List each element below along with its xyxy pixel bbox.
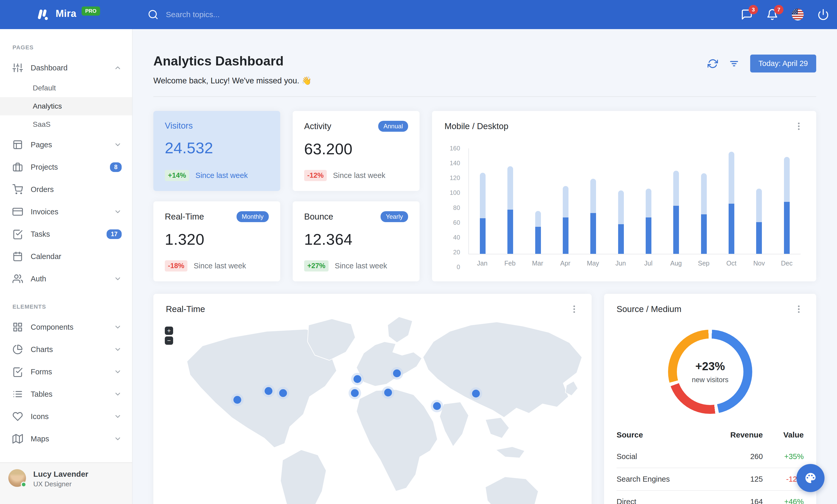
page-title: Analytics Dashboard — [153, 54, 311, 69]
calendar-icon — [13, 251, 23, 262]
sidebar-item-projects[interactable]: Projects 8 — [0, 156, 132, 178]
sidebar-subitem-saas[interactable]: SaaS — [0, 115, 132, 133]
stat-caption: Since last week — [194, 262, 246, 270]
cell-source: Direct — [617, 490, 705, 504]
logout-button[interactable] — [817, 8, 829, 20]
analytics-dashboard-app: Mira PRO 3 7 — [0, 0, 837, 504]
zoom-in-button[interactable]: + — [165, 326, 173, 335]
chevron-down-icon — [114, 413, 122, 421]
bar-chart-y-axis: 020406080100120140160 — [445, 148, 463, 267]
messages-button[interactable]: 3 — [741, 8, 753, 20]
donut-chart-title: Source / Medium — [617, 304, 681, 314]
bar-chart: 020406080100120140160 JanFebMarAprMayJun… — [468, 148, 801, 267]
table-row[interactable]: Social 260 +35% — [617, 446, 804, 468]
sidebar-section-elements: ELEMENTS — [0, 290, 132, 316]
donut-center-label: +23% new visitors — [677, 338, 744, 405]
check-square-icon — [13, 367, 23, 377]
cell-revenue: 260 — [705, 446, 770, 468]
check-square-icon — [13, 229, 23, 239]
sidebar-item-maps[interactable]: Maps — [0, 428, 132, 450]
us-flag-icon — [792, 8, 804, 20]
sidebar-item-tables[interactable]: Tables — [0, 383, 132, 405]
stat-delta-badge: -12% — [304, 170, 327, 181]
more-vertical-icon[interactable] — [569, 304, 579, 314]
refresh-icon[interactable] — [708, 58, 718, 69]
welcome-message: Welcome back, Lucy! We've missed you. 👋 — [153, 76, 311, 86]
sidebar-item-components[interactable]: Components — [0, 316, 132, 338]
chevron-down-icon — [114, 390, 122, 398]
sidebar-subitem-default[interactable]: Default — [0, 79, 132, 97]
sidebar-item-calendar[interactable]: Calendar — [0, 245, 132, 267]
brand-name: Mira — [56, 8, 76, 19]
stat-title: Activity — [304, 121, 332, 131]
mira-logo-icon — [35, 7, 50, 23]
chevron-down-icon — [114, 141, 122, 149]
sliders-icon — [13, 62, 23, 73]
chevron-down-icon — [114, 323, 122, 331]
search-input[interactable] — [166, 10, 301, 19]
filter-icon[interactable] — [729, 58, 739, 69]
sidebar-item-auth[interactable]: Auth — [0, 267, 132, 290]
sidebar-item-dashboard[interactable]: Dashboard — [0, 57, 132, 79]
sidebar-item-label: Components — [31, 323, 106, 332]
sidebar-item-orders[interactable]: Orders — [0, 178, 132, 201]
chevron-down-icon — [114, 208, 122, 216]
zoom-out-button[interactable]: − — [165, 336, 173, 345]
header-actions: Today: April 29 — [708, 55, 816, 73]
credit-card-icon — [13, 207, 23, 217]
sidebar-item-label: Orders — [31, 185, 122, 194]
theme-settings-fab[interactable] — [797, 464, 824, 492]
more-vertical-icon[interactable] — [794, 304, 804, 314]
sidebar-item-label: Projects — [31, 163, 102, 171]
sidebar-item-label: Charts — [31, 345, 106, 354]
table-row[interactable]: Search Engines 125 -12% — [617, 468, 804, 490]
stat-caption: Since last week — [195, 171, 248, 180]
sidebar-item-icons[interactable]: Icons — [0, 405, 132, 428]
sidebar-item-pages[interactable]: Pages — [0, 133, 132, 156]
period-badge[interactable]: Annual — [378, 121, 408, 132]
messages-badge: 3 — [749, 5, 758, 14]
source-medium-card: Source / Medium +23% new visitors Source… — [604, 294, 816, 504]
cell-source: Social — [617, 446, 705, 468]
grid-icon — [13, 322, 23, 332]
user-role: UX Designer — [33, 480, 88, 488]
sidebar-item-tasks[interactable]: Tasks 17 — [0, 223, 132, 245]
sidebar: PAGES Dashboard Default Analytics SaaS P… — [0, 29, 132, 504]
cell-value: +46% — [770, 490, 804, 504]
sidebar-section-pages: PAGES — [0, 29, 132, 57]
sidebar-item-label: Pages — [31, 141, 106, 149]
sidebar-user-footer[interactable]: Lucy Lavender UX Designer — [0, 463, 132, 504]
language-flag-button[interactable] — [792, 8, 804, 20]
more-vertical-icon[interactable] — [794, 121, 804, 131]
column-header-revenue: Revenue — [705, 426, 770, 446]
stat-delta-badge: -18% — [165, 260, 188, 272]
sidebar-item-invoices[interactable]: Invoices — [0, 201, 132, 223]
notifications-button[interactable]: 7 — [766, 8, 778, 20]
period-badge[interactable]: Monthly — [236, 211, 269, 222]
sidebar-item-charts[interactable]: Charts — [0, 338, 132, 360]
user-name: Lucy Lavender — [33, 470, 88, 479]
stat-value: 24.532 — [165, 139, 269, 157]
date-range-button[interactable]: Today: April 29 — [750, 55, 816, 73]
sidebar-item-label: Invoices — [31, 208, 106, 216]
briefcase-icon — [13, 162, 23, 172]
stats-grid: Visitors 24.532 +14% Since last week Act… — [153, 111, 816, 281]
visitors-stat-card: Visitors 24.532 +14% Since last week — [153, 111, 280, 191]
bottom-grid: Real-Time + − Source / Medium +23% ne — [153, 294, 816, 504]
sidebar-item-label: Auth — [31, 275, 106, 283]
column-header-value: Value — [770, 426, 804, 446]
map-zoom-controls: + − — [165, 326, 173, 345]
map-icon — [13, 434, 23, 444]
notifications-badge: 7 — [774, 5, 783, 14]
sidebar-subitem-analytics[interactable]: Analytics — [0, 97, 132, 115]
chevron-up-icon — [114, 64, 122, 72]
realtime-map-card: Real-Time + − — [153, 294, 592, 504]
stat-delta-badge: +14% — [165, 170, 189, 181]
table-row[interactable]: Direct 164 +46% — [617, 490, 804, 504]
world-map[interactable] — [153, 294, 592, 504]
period-badge[interactable]: Yearly — [380, 211, 408, 222]
sidebar-item-forms[interactable]: Forms — [0, 360, 132, 383]
chevron-down-icon — [114, 368, 122, 376]
brand[interactable]: Mira PRO — [35, 6, 132, 23]
pro-badge: PRO — [82, 6, 100, 16]
